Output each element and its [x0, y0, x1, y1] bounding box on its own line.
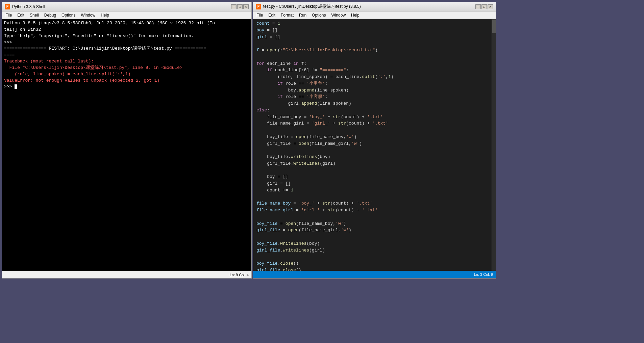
shell-menu-shell[interactable]: Shell	[28, 12, 41, 18]
shell-line-7: Traceback (most recent call last):	[4, 58, 249, 65]
editor-menu-file[interactable]: File	[254, 12, 265, 18]
code-line-18: boy_file = open(file_name_boy,'w')	[256, 134, 492, 140]
code-area[interactable]: count = 1 boy = [] girl = [] f = open(r"…	[253, 19, 492, 271]
code-line-6	[256, 54, 492, 60]
code-line-23	[256, 167, 492, 174]
editor-body: count = 1 boy = [] girl = [] f = open(r"…	[253, 19, 496, 271]
shell-line-8: File "C:\Users\lijin\Desktop\课堂练习\test.p…	[4, 65, 249, 71]
shell-statusbar: Ln: 9 Col: 4	[2, 271, 251, 278]
code-line-29: file_name_girl = 'girl_' + str(count) + …	[256, 207, 492, 214]
code-line-25: girl = []	[256, 180, 492, 187]
code-line-8: if each_line[:6] != "========":	[256, 67, 492, 74]
editor-menu-options[interactable]: Options	[310, 12, 328, 18]
shell-menu-help[interactable]: Help	[99, 12, 111, 18]
shell-menu-debug[interactable]: Debug	[42, 12, 58, 18]
editor-maximize-button[interactable]: □	[481, 4, 487, 9]
shell-line-10: ValueError: not enough values to unpack …	[4, 78, 249, 84]
code-line-1: count = 1	[256, 20, 492, 27]
code-line-13: girl.append(line_spoken)	[256, 100, 492, 107]
shell-menu-window[interactable]: Window	[79, 12, 97, 18]
code-line-19: girl_file = open(file_name_girl,'w')	[256, 140, 492, 147]
editor-menu-help[interactable]: Help	[349, 12, 362, 18]
code-line-38: girl_file.close()	[256, 267, 492, 271]
editor-menu-format[interactable]: Format	[279, 12, 296, 18]
python-icon: P	[5, 4, 10, 9]
shell-menu-file[interactable]: File	[3, 12, 14, 18]
editor-menu-window[interactable]: Window	[329, 12, 348, 18]
maximize-button[interactable]: □	[237, 4, 243, 9]
code-line-35: girl_file.writelines(girl)	[256, 247, 492, 254]
editor-titlebar-buttons: ─ □ ✕	[475, 4, 493, 9]
editor-title: test.py - C:\Users\lijin\Desktop\课堂练习\te…	[263, 4, 473, 9]
shell-line-1: Python 3.8.5 (tags/v3.8.5:580fbb0, Jul 2…	[4, 20, 249, 27]
code-line-32: girl_file = open(file_name_girl,'w')	[256, 227, 492, 234]
code-line-4	[256, 40, 492, 47]
code-line-20	[256, 147, 492, 154]
code-line-30	[256, 214, 492, 220]
code-line-12: if role == '小客服':	[256, 94, 492, 100]
code-line-9: (role, line_spoken) = each_line.split(':…	[256, 74, 492, 80]
code-line-22: girl_file.writelines(girl)	[256, 160, 492, 167]
editor-scrollbar[interactable]	[492, 19, 496, 271]
code-line-28: file_name_boy = 'boy_' + str(count) + '.…	[256, 200, 492, 207]
code-line-27	[256, 194, 492, 201]
editor-menubar: File Edit Format Run Options Window Help	[253, 11, 496, 19]
code-line-3: girl = []	[256, 34, 492, 41]
shell-output: Python 3.8.5 (tags/v3.8.5:580fbb0, Jul 2…	[2, 19, 251, 271]
editor-menu-run[interactable]: Run	[297, 12, 308, 18]
editor-python-icon: P	[256, 4, 261, 9]
code-line-21: boy_file.writelines(boy)	[256, 154, 492, 160]
editor-menu-edit[interactable]: Edit	[266, 12, 277, 18]
close-button[interactable]: ✕	[243, 4, 249, 9]
code-line-33	[256, 234, 492, 240]
code-line-17	[256, 127, 492, 134]
shell-menu-edit[interactable]: Edit	[15, 12, 26, 18]
code-line-24: boy = []	[256, 174, 492, 180]
code-line-10: if role == '小甲鱼':	[256, 80, 492, 87]
shell-line-2: tel)] on win32	[4, 27, 249, 33]
code-line-15: file_name_boy = 'boy_' + str(count) + '.…	[256, 114, 492, 121]
shell-line-9: (role, line_spoken) = each_line.split(':…	[4, 71, 249, 78]
shell-window: P Python 3.8.5 Shell ─ □ ✕ File Edit She…	[2, 2, 252, 279]
shell-line-4: >>>	[4, 39, 249, 46]
code-line-11: boy.append(line_spoken)	[256, 87, 492, 94]
shell-line-3: Type "help", "copyright", "credits" or "…	[4, 33, 249, 39]
scrollbar-thumb[interactable]	[492, 20, 496, 33]
shell-menu-options[interactable]: Options	[59, 12, 77, 18]
editor-status-text: Ln: 3 Col: 9	[474, 272, 493, 276]
code-line-31: boy_file = open(file_name_boy,'w')	[256, 220, 492, 227]
minimize-button[interactable]: ─	[231, 4, 237, 9]
code-line-26: count += 1	[256, 187, 492, 194]
editor-titlebar: P test.py - C:\Users\lijin\Desktop\课堂练习\…	[253, 2, 496, 11]
shell-status-text: Ln: 9 Col: 4	[230, 273, 249, 277]
shell-prompt-line[interactable]: >>>	[4, 84, 249, 90]
shell-menubar: File Edit Shell Debug Options Window Hel…	[2, 11, 251, 19]
editor-close-button[interactable]: ✕	[488, 4, 493, 9]
code-line-7: for each_line in f:	[256, 60, 492, 67]
code-line-34: boy_file.writelines(boy)	[256, 240, 492, 247]
code-line-2: boy = []	[256, 27, 492, 34]
code-line-37: boy_file.close()	[256, 260, 492, 267]
editor-window: P test.py - C:\Users\lijin\Desktop\课堂练习\…	[253, 2, 496, 279]
code-line-14: else:	[256, 107, 492, 114]
shell-titlebar: P Python 3.8.5 Shell ─ □ ✕	[2, 2, 251, 11]
shell-line-5: ================ RESTART: C:\Users\lijin…	[4, 46, 249, 52]
code-line-16: file_name_girl = 'girl_' + str(count) + …	[256, 120, 492, 127]
titlebar-buttons: ─ □ ✕	[231, 4, 249, 9]
editor-statusbar: Ln: 3 Col: 9	[253, 271, 496, 278]
code-line-5: f = open(r"C:\Users\lijin\Desktop\record…	[256, 47, 492, 54]
shell-title: Python 3.8.5 Shell	[12, 4, 229, 9]
editor-minimize-button[interactable]: ─	[475, 4, 481, 9]
shell-line-6: ====	[4, 52, 249, 58]
code-line-36	[256, 254, 492, 260]
